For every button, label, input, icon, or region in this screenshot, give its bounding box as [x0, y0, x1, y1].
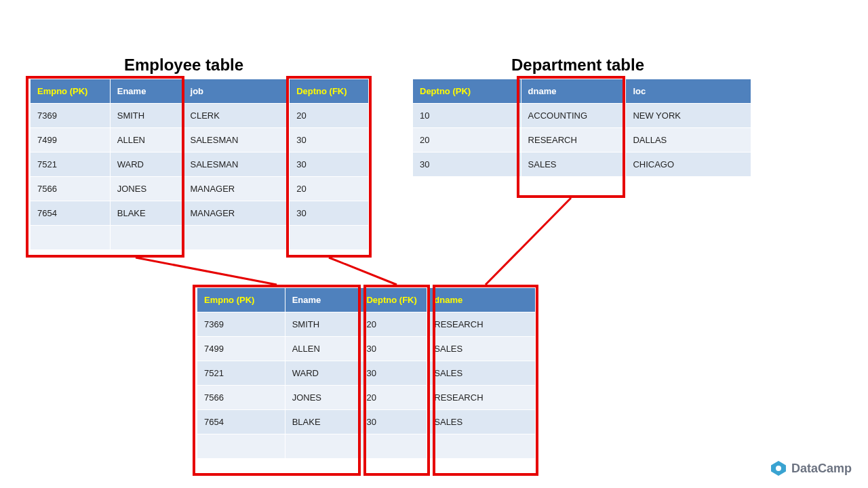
- table-row: 7369SMITHCLERK20: [31, 104, 369, 128]
- table-row: 7521WARD30SALES: [197, 361, 536, 386]
- col-empno-pk: Empno (PK): [31, 79, 111, 104]
- table-row: [31, 226, 369, 250]
- table-row: 7369SMITH20RESEARCH: [197, 312, 536, 337]
- table-row: 7566JONES20RESEARCH: [197, 386, 536, 410]
- department-table-title: Department table: [511, 56, 644, 75]
- table-row: 30SALESCHICAGO: [413, 152, 751, 177]
- svg-line-1: [329, 258, 397, 285]
- svg-line-2: [486, 198, 571, 285]
- table-row: 7654BLAKEMANAGER30: [31, 201, 369, 226]
- col-deptno-fk-j: Deptno (FK): [359, 288, 427, 312]
- col-deptno-fk: Deptno (FK): [290, 79, 369, 104]
- table-row: 7499ALLEN30SALES: [197, 337, 536, 361]
- col-ename: Ename: [110, 79, 183, 104]
- col-dname-j: dname: [427, 288, 536, 312]
- col-dname: dname: [521, 79, 626, 104]
- table-row: 7566JONESMANAGER20: [31, 177, 369, 201]
- brand-name: DataCamp: [791, 462, 852, 476]
- table-row: 7499ALLENSALESMAN30: [31, 128, 369, 152]
- col-loc: loc: [626, 79, 751, 104]
- table-row: 10ACCOUNTINGNEW YORK: [413, 104, 751, 128]
- department-table: Deptno (PK) dname loc 10ACCOUNTINGNEW YO…: [412, 79, 751, 177]
- shield-icon: [771, 461, 786, 476]
- employee-table-title: Employee table: [124, 56, 243, 75]
- employee-table: Empno (PK) Ename job Deptno (FK) 7369SMI…: [30, 79, 369, 250]
- col-ename-j: Ename: [285, 288, 359, 312]
- col-job: job: [183, 79, 290, 104]
- col-deptno-pk: Deptno (PK): [413, 79, 521, 104]
- table-row: 7654BLAKE30SALES: [197, 410, 536, 434]
- table-row: 20RESEARCHDALLAS: [413, 128, 751, 152]
- svg-line-0: [136, 258, 277, 285]
- table-row: 7521WARDSALESMAN30: [31, 152, 369, 177]
- table-row: [197, 434, 536, 459]
- datacamp-logo: DataCamp: [771, 461, 852, 476]
- joined-table: Empno (PK) Ename Deptno (FK) dname 7369S…: [197, 287, 536, 459]
- col-empno-pk-j: Empno (PK): [197, 288, 285, 312]
